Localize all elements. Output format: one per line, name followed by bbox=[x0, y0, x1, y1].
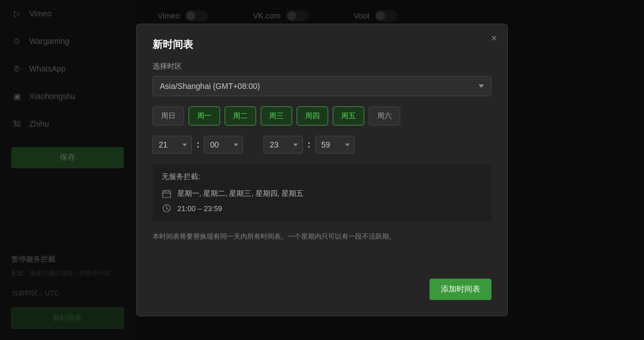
dialog-footer: 添加时间表 bbox=[153, 279, 491, 300]
no-service-time-text: 21:00 – 23:59 bbox=[177, 204, 222, 213]
end-hour-select[interactable]: 23 bbox=[263, 136, 303, 154]
days-row: 周日周一周二周三周四周五周六 bbox=[153, 106, 491, 126]
modal-overlay: 新时间表 × 选择时区 Asia/Shanghai (GMT+08:00) 周日… bbox=[0, 0, 644, 340]
svg-line-6 bbox=[167, 209, 168, 210]
colon-end: : bbox=[307, 140, 310, 150]
svg-rect-0 bbox=[163, 191, 171, 198]
timezone-section: 选择时区 Asia/Shanghai (GMT+08:00) bbox=[153, 61, 491, 96]
new-schedule-dialog: 新时间表 × 选择时区 Asia/Shanghai (GMT+08:00) 周日… bbox=[136, 24, 508, 316]
no-service-title: 无服务拦截: bbox=[162, 172, 482, 182]
no-service-days-text: 星期一, 星期二, 星期三, 星期四, 星期五 bbox=[177, 189, 303, 199]
no-service-time-row: 21:00 – 23:59 bbox=[162, 203, 482, 213]
time-row: 21 : 00 23 : 59 bbox=[153, 136, 491, 154]
day-button-0[interactable]: 周日 bbox=[153, 106, 184, 126]
start-min-select[interactable]: 00 bbox=[204, 136, 243, 154]
add-schedule-button[interactable]: 添加时间表 bbox=[430, 279, 491, 300]
note-text: 本时间表将要替换现有同一天内所有时间表。一个星期内只可以有一段不活跃期。 bbox=[153, 231, 491, 241]
day-button-2[interactable]: 周二 bbox=[225, 106, 256, 126]
tz-section-label: 选择时区 bbox=[153, 61, 491, 71]
no-service-section: 无服务拦截: 星期一, 星期二, 星期三, 星期四, 星期五 bbox=[153, 164, 491, 221]
end-min-select[interactable]: 59 bbox=[315, 136, 355, 154]
timezone-select[interactable]: Asia/Shanghai (GMT+08:00) bbox=[153, 76, 491, 96]
colon-start: : bbox=[196, 140, 199, 150]
day-button-5[interactable]: 周五 bbox=[333, 106, 364, 126]
day-button-1[interactable]: 周一 bbox=[189, 106, 220, 126]
dialog-title: 新时间表 bbox=[153, 38, 491, 51]
no-service-days-row: 星期一, 星期二, 星期三, 星期四, 星期五 bbox=[162, 189, 482, 199]
day-button-6[interactable]: 周六 bbox=[369, 106, 400, 126]
calendar-icon bbox=[162, 189, 172, 199]
day-button-4[interactable]: 周四 bbox=[297, 106, 328, 126]
clock-icon bbox=[162, 203, 172, 213]
close-dialog-button[interactable]: × bbox=[491, 33, 497, 43]
day-button-3[interactable]: 周三 bbox=[261, 106, 292, 126]
start-hour-select[interactable]: 21 bbox=[153, 136, 192, 154]
